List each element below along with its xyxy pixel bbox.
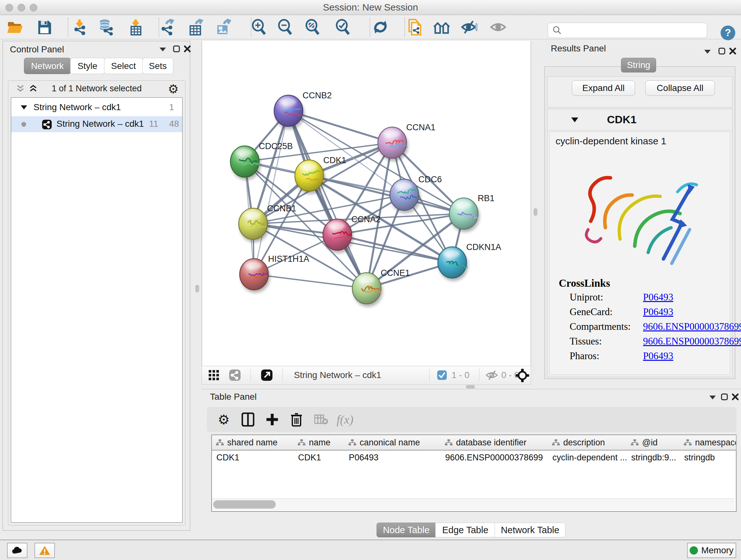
right-splitter-handle[interactable]: [534, 208, 537, 216]
tab-network-table[interactable]: Network Table: [495, 523, 565, 537]
column-header--id[interactable]: @id: [627, 435, 680, 450]
node-CCNA1[interactable]: [378, 127, 408, 161]
table-cell[interactable]: 9606.ENSP00000378699: [441, 450, 548, 464]
table-cell[interactable]: stringdb:9...: [627, 450, 680, 464]
tab-edge-table[interactable]: Edge Table: [435, 523, 495, 537]
panel-menu-icon[interactable]: [709, 394, 717, 401]
warnings-button[interactable]: [35, 543, 55, 558]
panel-close-icon[interactable]: [729, 47, 737, 55]
table-cell[interactable]: CDK1: [293, 450, 344, 464]
column-header-name[interactable]: name: [293, 435, 345, 450]
import-table-file-icon[interactable]: [127, 19, 144, 36]
cloud-button[interactable]: [7, 543, 27, 558]
hide-selected-icon[interactable]: [461, 19, 477, 36]
tab-select[interactable]: Select: [104, 58, 143, 74]
network-options-gear-icon[interactable]: ⚙: [168, 82, 179, 96]
help-icon[interactable]: ?: [720, 25, 736, 41]
node-CDC25B[interactable]: [230, 146, 261, 180]
save-session-icon[interactable]: [36, 19, 53, 36]
table-cell[interactable]: CDK1: [212, 450, 293, 464]
zoom-in-icon[interactable]: [251, 19, 267, 36]
tab-sets[interactable]: Sets: [142, 58, 173, 74]
export-network-icon[interactable]: [159, 19, 176, 36]
panel-menu-icon[interactable]: [703, 48, 712, 55]
node-label-RB1[interactable]: RB1: [478, 193, 495, 203]
table-cell[interactable]: cyclin-dependent ...: [548, 450, 627, 464]
expand-all-button[interactable]: Expand All: [572, 80, 635, 96]
crosslink-link[interactable]: P06493: [643, 292, 673, 303]
node-CDKN1A[interactable]: [438, 247, 468, 281]
apply-layout-icon[interactable]: [372, 19, 389, 36]
search-box[interactable]: [548, 23, 707, 38]
scrollbar-thumb[interactable]: [213, 500, 276, 509]
crosslink-link[interactable]: 9606.ENSP00000378699: [643, 335, 741, 347]
bottom-splitter-handle[interactable]: [466, 385, 475, 388]
node-HIST1H1A[interactable]: [240, 259, 270, 293]
open-in-new-window-icon[interactable]: [261, 369, 273, 381]
network-collection-row[interactable]: String Network – cdk1 1: [11, 100, 182, 116]
node-label-CDC6[interactable]: CDC6: [418, 175, 442, 184]
tab-node-table[interactable]: Node Table: [377, 523, 436, 537]
show-graphics-details-icon[interactable]: [490, 19, 507, 36]
node-label-CCNB2[interactable]: CCNB2: [302, 91, 332, 100]
tab-style[interactable]: Style: [70, 58, 105, 74]
table-cell[interactable]: P06493: [344, 450, 441, 464]
node-CDC6[interactable]: [390, 179, 420, 213]
network-row-selected[interactable]: String Network – cdk1 11 48: [11, 116, 182, 132]
node-label-CDK1[interactable]: CDK1: [323, 155, 346, 165]
column-header-database-identifier[interactable]: database identifier: [441, 435, 548, 450]
panel-float-icon[interactable]: [721, 393, 728, 401]
table-settings-gear-icon[interactable]: ⚙: [216, 412, 232, 428]
show-columns-icon[interactable]: [240, 412, 256, 428]
node-label-CCNB1[interactable]: CCNB1: [267, 204, 296, 213]
new-network-from-selection-icon[interactable]: [406, 19, 423, 36]
panel-float-icon[interactable]: [173, 45, 180, 53]
column-header-shared-name[interactable]: shared name: [212, 435, 294, 450]
network-view-canvas[interactable]: CCNB2CCNA1CDC25BCDK1CDC6RB1CCNB1CCNA2CDK…: [202, 41, 531, 366]
node-CCNB2[interactable]: [274, 95, 305, 129]
column-header-canonical-name[interactable]: canonical name: [344, 435, 441, 450]
string-style-icon[interactable]: [229, 369, 241, 381]
birds-eye-grid-icon[interactable]: [208, 370, 219, 381]
node-label-CDC25B[interactable]: CDC25B: [259, 141, 293, 151]
import-network-file-icon[interactable]: [71, 19, 88, 36]
column-header-description[interactable]: description: [548, 435, 627, 450]
node-label-CDKN1A[interactable]: CDKN1A: [466, 242, 501, 252]
node-label-CCNA2[interactable]: CCNA2: [351, 214, 381, 224]
crosslink-link[interactable]: P06493: [643, 350, 673, 362]
export-table-icon[interactable]: [188, 19, 204, 36]
tab-network[interactable]: Network: [24, 58, 71, 74]
import-network-database-icon[interactable]: [97, 19, 114, 36]
panel-menu-icon[interactable]: [158, 46, 167, 53]
section-collapse-icon[interactable]: [570, 116, 579, 123]
node-table[interactable]: shared namenamecanonical namedatabase id…: [211, 435, 737, 512]
delete-column-trash-icon[interactable]: [288, 412, 305, 428]
node-RB1[interactable]: [449, 198, 480, 232]
gene-section-header[interactable]: CDK1: [548, 109, 732, 131]
crosslink-link[interactable]: P06493: [643, 306, 673, 318]
open-session-icon[interactable]: [7, 19, 23, 36]
table-cell[interactable]: stringdb: [680, 450, 736, 464]
panel-close-icon[interactable]: [731, 393, 739, 401]
node-label-HIST1H1A[interactable]: HIST1H1A: [268, 254, 309, 264]
search-input[interactable]: [565, 23, 707, 37]
memory-button[interactable]: Memory: [687, 543, 736, 558]
zoom-out-icon[interactable]: [277, 19, 293, 36]
first-neighbors-icon[interactable]: [433, 19, 450, 36]
zoom-selected-icon[interactable]: [335, 19, 351, 36]
left-splitter-handle[interactable]: [195, 285, 199, 293]
collapse-all-button[interactable]: Collapse All: [645, 80, 715, 96]
create-column-plus-icon[interactable]: [264, 412, 280, 428]
table-horizontal-scrollbar[interactable]: [212, 498, 735, 510]
tab-string[interactable]: String: [621, 58, 656, 72]
panel-close-icon[interactable]: [184, 45, 191, 53]
node-label-CCNE1[interactable]: CCNE1: [381, 268, 410, 278]
fit-selected-crosshair-icon[interactable]: [515, 368, 529, 382]
crosslink-link[interactable]: 9606.ENSP00000378699: [643, 321, 741, 332]
export-image-icon[interactable]: [215, 19, 232, 36]
tree-expand-icon[interactable]: [20, 104, 28, 111]
column-header-namespace[interactable]: namespace: [680, 435, 736, 450]
node-CCNE1[interactable]: [352, 273, 383, 307]
zoom-fit-icon[interactable]: [305, 19, 321, 36]
panel-float-icon[interactable]: [718, 47, 726, 55]
